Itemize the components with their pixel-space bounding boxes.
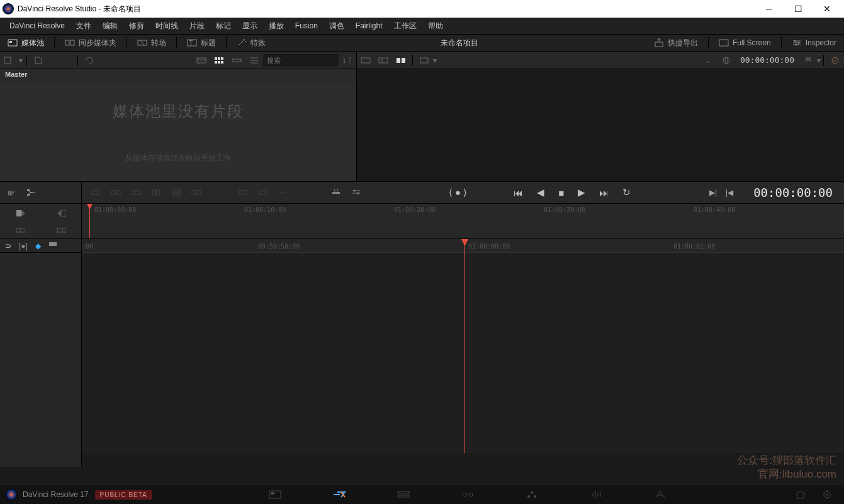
close-button[interactable]: ✕ (813, 0, 841, 18)
go-end-button[interactable]: ⏭ (599, 188, 609, 198)
sliders-icon[interactable] (351, 188, 361, 197)
menu-view[interactable]: 显示 (237, 21, 263, 31)
list-view-icon[interactable] (247, 54, 262, 67)
menu-fairlight[interactable]: Fairlight (350, 21, 388, 30)
effects-button[interactable]: 特效 (229, 35, 273, 51)
sort-icon[interactable] (48, 54, 74, 67)
globe-icon[interactable] (719, 54, 734, 67)
viewer-timecode[interactable]: 00:00:00:00 (735, 55, 799, 65)
smooth-cut-icon[interactable] (278, 188, 288, 197)
timeline-roll-b-icon[interactable] (41, 221, 82, 239)
ripple-overwrite-icon[interactable] (131, 188, 141, 197)
play-button[interactable]: ▶ (578, 187, 585, 198)
page-cut-icon[interactable] (332, 489, 346, 500)
dissolve-icon[interactable] (238, 188, 248, 197)
sort-order-icon[interactable] (340, 54, 355, 67)
transitions-button[interactable]: 转场 (130, 35, 174, 51)
metadata-view-icon[interactable] (194, 54, 209, 67)
sync-bin-button[interactable]: 同步媒体夹 (57, 35, 124, 51)
closeup-icon[interactable] (151, 188, 161, 197)
chevron-down-icon[interactable]: ⌄ (705, 56, 711, 65)
page-fusion-icon[interactable] (461, 489, 475, 500)
page-media-icon[interactable] (268, 489, 282, 500)
chevron-down-icon[interactable]: ▾ (19, 56, 23, 65)
lock-playhead-icon[interactable]: [●] (19, 242, 28, 250)
timeline-trim-b-icon[interactable] (41, 204, 82, 221)
marker-icon[interactable] (801, 54, 816, 67)
chevron-down-icon[interactable]: ▾ (817, 56, 821, 65)
page-edit-icon[interactable] (397, 489, 410, 500)
audio-trim-icon[interactable] (48, 240, 59, 251)
menu-workspace[interactable]: 工作区 (388, 21, 422, 31)
page-deliver-icon[interactable] (653, 489, 667, 500)
timeline-trim-a-icon[interactable] (0, 204, 41, 221)
tools-icon[interactable] (331, 188, 341, 197)
append-icon[interactable] (111, 188, 121, 197)
safe-area-icon[interactable] (417, 54, 432, 67)
divider (26, 55, 27, 66)
viewer-panel[interactable] (357, 69, 844, 181)
stop-button[interactable]: ■ (558, 188, 564, 198)
home-icon[interactable] (794, 489, 807, 500)
project-settings-icon[interactable] (820, 489, 834, 500)
minimize-button[interactable]: ─ (755, 0, 784, 18)
menu-color[interactable]: 调色 (324, 21, 350, 31)
sync-icon[interactable] (82, 54, 97, 67)
boring-detector-icon[interactable]: ⊞ᶻ (8, 188, 18, 197)
source-overwrite-icon[interactable] (191, 188, 201, 197)
strip-view-icon[interactable] (229, 54, 244, 67)
go-start-button[interactable]: ⏮ (514, 188, 523, 198)
ruler-tick: 01:00:10:00 (244, 206, 286, 213)
menu-help[interactable]: 帮助 (422, 21, 449, 31)
source-tape-icon[interactable] (358, 54, 373, 67)
upper-playhead[interactable] (89, 204, 90, 238)
source-clip-icon[interactable] (376, 54, 391, 67)
loop-button[interactable]: ↻ (622, 187, 631, 198)
maximize-button[interactable]: ☐ (784, 0, 813, 18)
search-input[interactable] (263, 54, 339, 67)
timeline-roll-a-icon[interactable] (0, 221, 41, 239)
page-fairlight-icon[interactable] (589, 489, 603, 500)
menu-playback[interactable]: 播放 (263, 21, 290, 31)
inspector-button[interactable]: Inspector (784, 35, 844, 51)
svg-rect-19 (4, 57, 11, 64)
play-reverse-button[interactable]: ◀ (537, 187, 544, 198)
timeline-timecode[interactable]: 00:00:00:00 (742, 186, 844, 199)
svg-point-77 (531, 491, 533, 494)
thumbnail-view-icon[interactable] (211, 54, 227, 67)
place-on-top-icon[interactable] (171, 188, 181, 197)
chevron-down-icon[interactable]: ▾ (433, 56, 437, 65)
menu-file[interactable]: 文件 (70, 21, 97, 31)
next-edit-button[interactable]: ▶| (709, 188, 717, 197)
watermark: 公众号:狸部落软件汇 官网:libuluo.com (737, 454, 836, 481)
smart-insert-icon[interactable] (91, 188, 101, 197)
dual-view-icon[interactable] (393, 54, 408, 67)
menu-timeline[interactable]: 时间线 (150, 21, 184, 31)
cut-icon[interactable] (258, 188, 268, 197)
fullscreen-button[interactable]: Full Screen (711, 35, 779, 51)
split-clip-icon[interactable] (26, 188, 37, 197)
bypass-icon[interactable] (828, 54, 843, 67)
bin-list-icon[interactable] (1, 54, 16, 67)
page-color-icon[interactable] (525, 489, 539, 500)
titles-button[interactable]: T 标题 (179, 35, 223, 51)
import-icon[interactable] (31, 54, 46, 67)
marker-blue-icon[interactable]: ◆ (35, 242, 41, 250)
snap-magnet-icon[interactable]: ⊃ (5, 242, 11, 250)
jog-back-icon[interactable]: ⟨ ● ⟩ (449, 187, 467, 198)
media-pool-button[interactable]: 媒体池 (0, 35, 52, 51)
menu-mark[interactable]: 标记 (210, 21, 237, 31)
upper-ruler-track[interactable]: 01:00:00:00 01:00:10:00 01:00:20:00 01:0… (82, 204, 844, 238)
menu-edit[interactable]: 编辑 (97, 21, 123, 31)
menu-trim[interactable]: 修剪 (123, 21, 150, 31)
divider (781, 37, 782, 48)
menu-fusion[interactable]: Fusion (290, 21, 324, 30)
media-pool-body[interactable]: 媒体池里没有片段 从媒体存储添加片段以开始工作 (0, 83, 356, 181)
master-bin-label[interactable]: Master (0, 69, 356, 83)
timeline-playhead[interactable] (464, 239, 465, 453)
quick-export-button[interactable]: 快捷导出 (646, 35, 706, 51)
menu-resolve[interactable]: DaVinci Resolve (4, 21, 70, 30)
menu-clip[interactable]: 片段 (184, 21, 210, 31)
prev-edit-button[interactable]: |◀ (726, 188, 733, 197)
lower-timeline[interactable]: :00 00:59:58:00 01:00:00:00 01:00:02:00 (82, 239, 844, 453)
